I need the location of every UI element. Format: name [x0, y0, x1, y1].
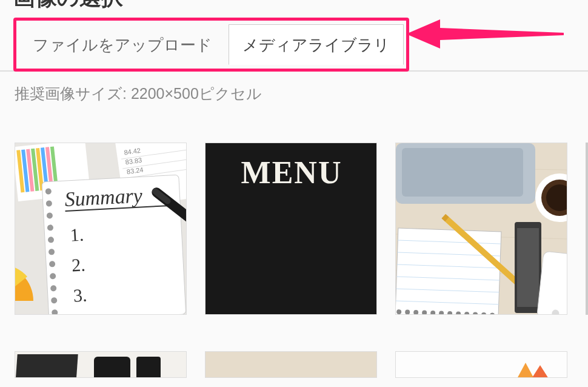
svg-rect-81	[136, 357, 161, 378]
svg-text:MENU: MENU	[241, 155, 342, 190]
media-item-row2-1[interactable]	[15, 351, 187, 378]
svg-text:3.: 3.	[73, 284, 87, 305]
tab-media-library[interactable]: メディアライブラリ	[229, 24, 404, 65]
svg-rect-80	[94, 357, 130, 378]
media-item-summary[interactable]: 84.42 83.83 83.24 Summary	[15, 143, 187, 315]
svg-text:1.: 1.	[70, 224, 84, 245]
recommended-size-hint: 推奨画像サイズ: 2200×500ピクセル	[0, 72, 588, 110]
media-item-partial[interactable]	[586, 143, 588, 315]
annotation-arrow-icon	[406, 16, 564, 55]
svg-rect-83	[205, 352, 377, 378]
tabs-highlight: ファイルをアップロード メディアライブラリ	[13, 18, 409, 72]
svg-rect-51	[396, 228, 501, 315]
media-item-menu[interactable]: MENU	[205, 143, 377, 315]
page-title: 画像の選択	[13, 0, 575, 13]
svg-text:Summary: Summary	[64, 184, 144, 210]
media-item-desk[interactable]	[395, 143, 567, 315]
svg-rect-75	[517, 228, 539, 307]
media-item-row2-3[interactable]	[395, 351, 567, 378]
svg-rect-47	[402, 148, 523, 197]
tab-upload[interactable]: ファイルをアップロード	[19, 24, 226, 65]
svg-marker-0	[406, 19, 564, 49]
svg-rect-79	[15, 354, 78, 378]
media-item-row2-2[interactable]	[205, 351, 377, 378]
svg-text:2.: 2.	[71, 254, 85, 275]
